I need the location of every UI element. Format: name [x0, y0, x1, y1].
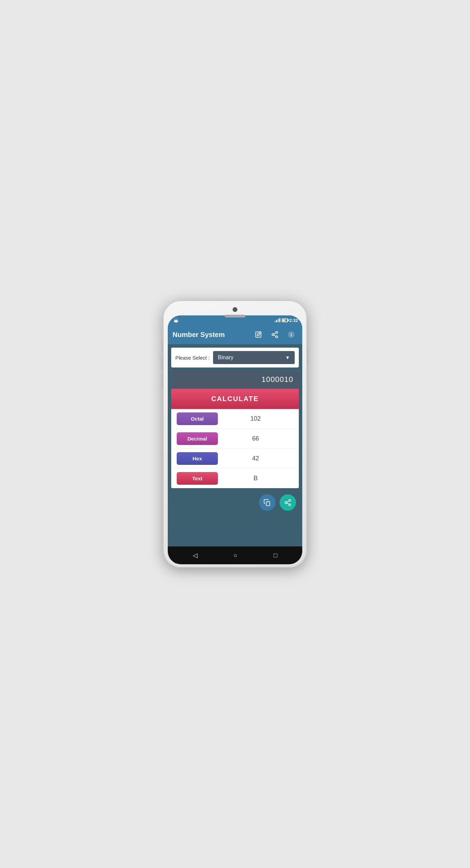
results-area: Octal 102 Decimal 66 Hex: [171, 409, 299, 488]
hex-value: 42: [218, 455, 293, 462]
svg-point-2: [175, 321, 176, 322]
select-row: Please Select : Binary ▼: [171, 348, 299, 367]
svg-line-19: [287, 503, 289, 504]
app-title: Number System: [173, 331, 225, 339]
phone-screen: ⚡ 2:32 Number System: [168, 315, 302, 564]
svg-point-8: [272, 334, 274, 336]
phone-camera: [233, 307, 237, 312]
phone-device: ⚡ 2:32 Number System: [163, 300, 307, 568]
nav-bar: ◁ ○ □: [168, 546, 302, 564]
svg-line-4: [175, 319, 175, 320]
info-button[interactable]: [285, 328, 297, 341]
status-icons: ⚡ 2:32: [275, 318, 298, 323]
info-icon: [287, 331, 295, 338]
share-button[interactable]: [269, 328, 281, 341]
volume-down-button: [162, 374, 163, 388]
svg-point-16: [289, 499, 291, 502]
input-row: [171, 370, 299, 389]
status-time: 2:32: [289, 318, 298, 323]
calculate-button[interactable]: CALCULATE: [171, 389, 299, 409]
share-fab-icon: [284, 499, 292, 506]
decimal-label-button[interactable]: Decimal: [177, 432, 218, 445]
svg-line-20: [287, 501, 289, 502]
svg-rect-6: [256, 332, 261, 338]
text-label-button[interactable]: Text: [177, 472, 218, 485]
app-bar: Number System: [168, 325, 302, 344]
mute-button: [162, 341, 163, 352]
svg-rect-15: [266, 502, 270, 506]
dropdown-binary[interactable]: Binary ▼: [213, 351, 295, 364]
svg-rect-1: [174, 321, 178, 322]
share-fab-button[interactable]: [280, 494, 296, 511]
svg-point-3: [177, 321, 177, 322]
fab-row: [171, 491, 299, 512]
nav-back-button[interactable]: ◁: [190, 549, 200, 562]
signal-icon: [275, 318, 280, 322]
nav-recent-icon: □: [273, 552, 277, 559]
app-bar-actions: [252, 328, 297, 341]
result-row-hex: Hex 42: [171, 449, 299, 469]
svg-line-11: [274, 333, 276, 334]
svg-point-17: [285, 502, 287, 504]
volume-up-button: [162, 357, 163, 371]
calculator-card: CALCULATE Octal 102 Decimal 66: [171, 370, 299, 488]
dropdown-selected-value: Binary: [218, 354, 233, 361]
nav-recent-button[interactable]: □: [271, 549, 280, 562]
share-icon: [271, 331, 279, 338]
svg-point-7: [276, 331, 278, 334]
nav-back-icon: ◁: [193, 552, 198, 559]
nav-home-icon: ○: [234, 552, 237, 559]
copy-fab-button[interactable]: [259, 494, 275, 511]
svg-point-9: [276, 336, 278, 338]
result-row-text: Text B: [171, 469, 299, 488]
svg-point-18: [289, 504, 291, 506]
copy-icon: [263, 499, 271, 506]
octal-value: 102: [218, 415, 293, 422]
select-label: Please Select :: [175, 355, 210, 361]
hex-label-button[interactable]: Hex: [177, 452, 218, 465]
decimal-value: 66: [218, 435, 293, 442]
result-row-octal: Octal 102: [171, 409, 299, 429]
android-icon: [173, 318, 179, 323]
svg-line-10: [274, 335, 276, 336]
octal-label-button[interactable]: Octal: [177, 412, 218, 425]
nav-home-button[interactable]: ○: [231, 549, 240, 562]
content-area: Please Select : Binary ▼ CALCULATE: [168, 344, 302, 546]
result-row-decimal: Decimal 66: [171, 429, 299, 449]
edit-icon: [255, 331, 262, 338]
svg-line-5: [177, 319, 177, 320]
edit-button[interactable]: [252, 328, 265, 341]
battery-bolt: ⚡: [283, 319, 286, 322]
text-value: B: [218, 475, 293, 482]
phone-speaker: [225, 315, 245, 317]
binary-input[interactable]: [177, 375, 293, 384]
dropdown-arrow-icon: ▼: [285, 355, 290, 360]
power-button: [307, 348, 308, 365]
svg-point-13: [291, 333, 292, 334]
battery-icon: ⚡: [282, 318, 288, 322]
